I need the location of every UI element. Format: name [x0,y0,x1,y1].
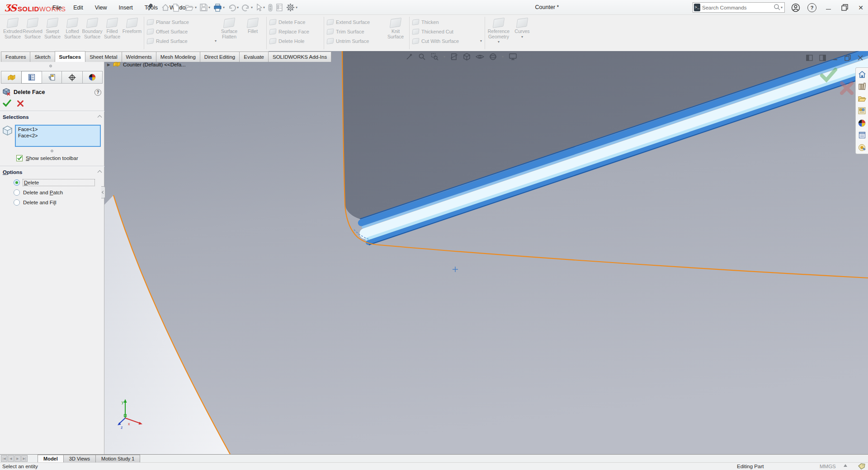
panel-collapse-handle[interactable] [101,186,105,198]
propertymanager-tab[interactable] [21,71,42,84]
section-view-icon[interactable] [450,53,458,61]
view-palette-icon[interactable] [858,106,867,115]
dropdown-arrow-icon[interactable]: ▾ [251,6,253,9]
selected-face-item[interactable]: Face<2> [16,132,100,139]
commandmanager-tab[interactable]: Weldments [122,52,156,62]
commandmanager-tab[interactable]: Direct Editing [200,52,240,62]
pin-menu-icon[interactable] [147,3,154,11]
dropdown-arrow-icon[interactable]: ▾ [237,6,239,9]
search-commands-box[interactable]: >_ ▾ [693,2,785,13]
undo-button[interactable]: ▾ [227,3,239,12]
dimxpertmanager-tab[interactable] [61,71,82,84]
commandmanager-tab[interactable]: Mesh Modeling [156,52,200,62]
ribbon-small-button[interactable]: Replace Face▾ [269,27,322,36]
dropdown-arrow-icon[interactable]: ▾ [521,35,523,39]
show-selection-toolbar-row[interactable]: Show selection toolbar [16,155,78,161]
model-3d-scene[interactable]: x y z [104,51,868,454]
option-radio[interactable]: Delete [14,178,94,188]
cancel-button[interactable] [17,100,24,108]
collapse-chevron-icon[interactable] [98,115,102,119]
search-dropdown-arrow-icon[interactable]: ▾ [781,6,783,9]
pane-left-icon[interactable] [806,55,813,62]
model-view-tab[interactable]: 3D Views [63,455,96,462]
open-button[interactable]: ▾ [185,3,197,13]
login-user-icon[interactable] [791,3,800,12]
ribbon-small-button[interactable]: Delete Face▾ [269,17,322,27]
dropdown-arrow-icon[interactable]: ▾ [498,40,500,44]
selections-section-header[interactable]: Selections [3,113,101,121]
dropdown-arrow-icon[interactable]: ▾ [443,55,445,59]
dropdown-arrow-icon[interactable]: ▾ [263,6,265,9]
commandmanager-tab[interactable]: Sheet Metal [85,52,122,62]
option-radio[interactable]: Delete and Patch [14,188,94,197]
last-tab-icon[interactable]: ▶| [21,455,28,462]
selection-filter-button[interactable] [268,3,273,13]
ribbon-small-button[interactable]: Untrim Surface▾ [326,36,384,46]
appearances-icon[interactable] [858,118,867,127]
expand-arrow-icon[interactable]: ▶ [107,62,110,67]
first-tab-icon[interactable]: |◀ [1,455,7,462]
ribbon-large-button[interactable]: Curves▾ [510,16,534,39]
ribbon-large-button[interactable]: ReferenceGeometry▾ [487,16,510,44]
commandmanager-tab[interactable]: Sketch [30,52,55,62]
panel-splitter-grip[interactable] [49,65,52,67]
close-window-button[interactable]: ✕ [856,3,865,12]
zoom-to-fit-icon[interactable] [418,53,426,61]
collapse-chevron-icon[interactable] [98,170,102,174]
minimize-doc-icon[interactable] [832,55,838,62]
minimize-window-button[interactable] [824,3,833,12]
displaymanager-tab[interactable] [82,71,103,84]
view-orientation-cube-icon[interactable] [463,53,471,61]
dropdown-arrow-icon[interactable]: ▾ [476,39,482,43]
custom-properties-icon[interactable] [858,131,867,140]
radio-icon[interactable] [14,189,20,196]
options-section-header[interactable]: Options [3,169,101,176]
radio-icon[interactable] [14,179,20,186]
redo-button[interactable]: ▾ [241,3,253,12]
search-icon[interactable] [774,4,781,12]
pane-right-icon[interactable] [819,55,826,62]
options-button[interactable]: ▾ [286,2,298,13]
selection-listbox[interactable]: Face<1>Face<2> [15,125,101,147]
dropdown-arrow-icon[interactable]: ▾ [195,6,197,9]
ribbon-large-button[interactable]: FilledSurface▾ [102,16,122,39]
magnetic-snap-icon[interactable] [406,53,413,61]
home-button[interactable] [161,3,170,13]
commandmanager-tab[interactable]: Evaluate [239,52,269,62]
ok-button[interactable] [3,99,11,108]
ribbon-small-button[interactable]: Cut With Surface▾ [411,36,483,46]
ribbon-small-button[interactable]: Trim Surface▾ [326,27,384,36]
dropdown-arrow-icon[interactable]: ▾ [208,6,210,9]
select-button[interactable]: ▾ [255,3,265,13]
option-radio[interactable]: Delete and Fill [14,197,94,207]
ribbon-large-button[interactable]: Fillet▾ [241,16,264,34]
commandmanager-tab[interactable]: Surfaces [55,51,86,62]
display-style-sphere-icon[interactable] [489,53,497,61]
prev-tab-icon[interactable]: ◀ [8,455,14,462]
ribbon-large-button[interactable]: SurfaceFlatten▾ [217,16,241,39]
ribbon-small-button[interactable]: Delete Hole▾ [269,36,322,46]
listbox-resize-grip[interactable] [51,150,53,152]
file-properties-button[interactable] [275,3,283,12]
dropdown-arrow-icon[interactable]: ▾ [223,6,225,9]
save-button[interactable]: ▾ [199,3,211,12]
ribbon-large-button[interactable]: LoftedSurface▾ [62,16,82,39]
ribbon-small-button[interactable]: Thickened Cut▾ [411,27,483,36]
restore-doc-icon[interactable] [844,55,851,62]
checkbox-checked-icon[interactable] [16,155,23,161]
ribbon-small-button[interactable]: Ruled Surface▾ [146,36,217,46]
ribbon-small-button[interactable]: Extend Surface▾ [326,17,384,27]
configurationmanager-tab[interactable] [42,71,62,84]
dropdown-arrow-icon[interactable]: ▾ [502,55,504,59]
commandmanager-tab[interactable]: SOLIDWORKS Add-Ins [268,52,331,62]
help-icon[interactable]: ? [94,89,101,96]
confirmation-ok-check-icon[interactable] [820,67,838,84]
ribbon-large-button[interactable]: ExtrudedSurface▾ [3,16,23,39]
featuremanager-tab[interactable] [1,71,22,84]
zoom-to-area-icon[interactable] [431,53,439,61]
menu-item[interactable]: Insert [119,5,133,11]
menu-item[interactable]: View [95,5,107,11]
ribbon-large-button[interactable]: Freeform▾ [122,16,142,34]
ribbon-large-button[interactable]: SweptSurface▾ [42,16,62,39]
resources-icon[interactable] [858,143,867,152]
